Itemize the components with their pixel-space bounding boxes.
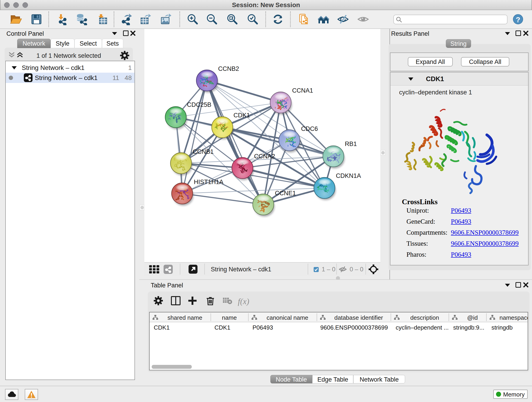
svg-text:CDK1: CDK1 — [234, 112, 250, 119]
svg-text:CCNA1: CCNA1 — [292, 87, 313, 94]
svg-text:HIST1H1A: HIST1H1A — [194, 179, 223, 185]
svg-text:CDKN1A: CDKN1A — [336, 172, 361, 179]
svg-text:CCNE1: CCNE1 — [275, 190, 296, 197]
svg-text:CDC6: CDC6 — [301, 125, 318, 132]
svg-text:RB1: RB1 — [345, 140, 357, 147]
svg-text:CDC25B: CDC25B — [187, 101, 211, 108]
svg-text:CCNB1: CCNB1 — [193, 148, 214, 155]
svg-text:CCNB2: CCNB2 — [218, 65, 239, 72]
svg-text:CCNA2: CCNA2 — [254, 153, 275, 160]
